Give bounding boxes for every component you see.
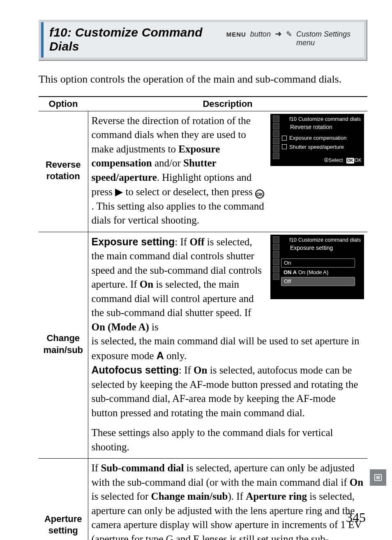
lcd-option: Exposure compensation (281, 134, 362, 143)
col-description: Description (88, 97, 367, 111)
menu-label: MENU (226, 31, 246, 38)
section-title-bar: f10: Customize Command Dials MENU button… (39, 20, 367, 61)
lcd-option-label: Shutter speed/aperture (289, 143, 344, 151)
button-label: button (250, 30, 271, 39)
option-name-change-main-sub: Change main/sub (39, 232, 88, 459)
lcd-header-prefix: f10 (289, 237, 297, 243)
bold-text: Aperture ring (246, 491, 307, 502)
lcd-option-off: Off (281, 277, 355, 286)
lcd-screenshot-exposure-setting: f10 Customize command dials Exposure set… (270, 235, 364, 299)
text: is selected, the main command dial will … (92, 335, 360, 361)
ok-button-icon: OK (255, 189, 264, 198)
thumb-tab-menu-icon (370, 469, 386, 486)
menu-name: Custom Settings menu (296, 30, 359, 47)
lcd-option: Shutter speed/aperture (281, 143, 362, 152)
lcd-tab-strip (273, 115, 279, 159)
bold-text: On (Mode A) (92, 321, 149, 332)
bold-text: Change main/sub (151, 491, 228, 502)
text: to select or deselect, then press (123, 186, 255, 197)
section-title-inner: f10: Customize Command Dials MENU button… (41, 22, 364, 58)
lcd-header: Customize command dials (298, 116, 361, 122)
mode-a-glyph: A (157, 350, 164, 361)
text: and/or (152, 157, 183, 168)
breadcrumb: MENU button ➜ ✎ Custom Settings menu (226, 29, 359, 47)
bold-text: On (194, 365, 207, 376)
table-row: Reverse rotation Reverse the direction o… (39, 111, 367, 232)
bold-text: On (350, 477, 363, 488)
bold-text: Sub-command dial (101, 462, 184, 473)
option-desc-change-main-sub: Exposure setting: If Off is selected, th… (88, 232, 367, 459)
option-desc-reverse-rotation: Reverse the direction of rotation of the… (88, 111, 367, 232)
arrow-icon: ➜ (275, 29, 282, 39)
option-name-aperture-setting: Aperture setting (39, 459, 88, 540)
right-triangle-icon: ▶ (115, 186, 123, 197)
text: only. (164, 350, 187, 361)
bold-label: Exposure setting (92, 236, 175, 247)
col-option: Option (39, 97, 88, 111)
lcd-ok-text: OK (355, 157, 362, 163)
lcd-subheader: Exposure setting (281, 243, 362, 254)
text: ). If (228, 491, 246, 502)
lcd-option-on: On (281, 258, 355, 268)
lcd-ok-badge: OK (346, 158, 354, 164)
page-number: 345 (346, 510, 366, 525)
lcd-header-prefix: f10 (289, 116, 297, 122)
lcd-option-on-mode-a: ON A On (Mode A) (281, 268, 355, 277)
text: Reverse the direction of rotation of the… (92, 115, 251, 155)
text: . This setting also applies to the comma… (92, 201, 264, 226)
pencil-icon: ✎ (286, 30, 292, 39)
section-title: f10: Customize Command Dials (49, 25, 221, 53)
lcd-header: Customize command dials (298, 237, 361, 243)
text: is (149, 321, 159, 332)
lcd-screenshot-reverse-rotation: f10 Customize command dials Reverse rota… (270, 114, 364, 166)
lcd-tab-strip (273, 236, 279, 280)
text: : If (179, 365, 194, 376)
text: : If (175, 236, 189, 247)
checkbox-icon (282, 136, 287, 141)
text: If (92, 462, 101, 473)
bold-text: On (140, 279, 153, 290)
option-name-reverse-rotation: Reverse rotation (39, 111, 88, 232)
lcd-footer: ⦿Select OKOK (281, 151, 362, 164)
bold-text: Off (189, 236, 204, 247)
lcd-select-hint: ⦿Select (324, 157, 343, 163)
table-row: Aperture setting If Sub-command dial is … (39, 459, 367, 540)
lcd-option-label: Exposure compensation (289, 134, 346, 142)
bold-label: Autofocus setting (92, 364, 179, 376)
options-table: Option Description Reverse rotation Reve… (39, 96, 367, 540)
lcd-subheader: Reverse rotation (281, 122, 362, 134)
option-desc-aperture-setting: If Sub-command dial is selected, apertur… (88, 459, 367, 540)
text: is selected for (92, 491, 151, 502)
checkbox-icon (282, 144, 287, 149)
text: These settings also apply to the command… (92, 427, 333, 452)
intro-paragraph: This option controls the operation of th… (39, 72, 367, 87)
table-row: Change main/sub Exposure setting: If Off… (39, 232, 367, 459)
